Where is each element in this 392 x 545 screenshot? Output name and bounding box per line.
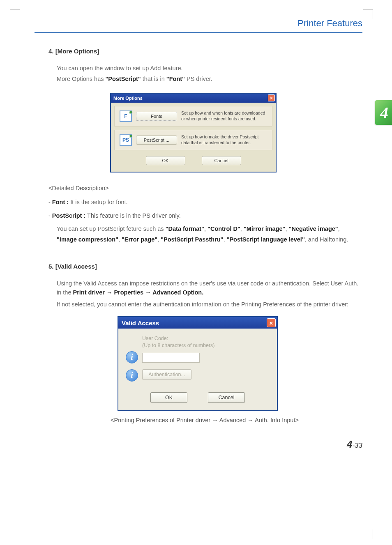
dialog-title: More Options <box>113 96 143 101</box>
page-number: 4-33 <box>35 439 362 450</box>
postscript-bullet: - PostScript : This feature is in the PS… <box>48 211 361 221</box>
cancel-button[interactable]: Cancel <box>208 392 245 403</box>
gear-icon: ✸ <box>129 134 132 138</box>
section5-para1: Using the Valid Access can impose restri… <box>57 279 361 297</box>
authentication-button[interactable]: Authentication... <box>142 369 191 380</box>
postscript-desc: Set up how to make the driver Postscript… <box>181 134 267 145</box>
section5-heading: 5. [Valid Access] <box>48 263 361 270</box>
dialog-titlebar: Valid Access × <box>118 317 277 329</box>
header-rule <box>35 32 362 33</box>
usercode-label: User Code: (Up to 8 characters of number… <box>142 335 270 349</box>
ps-icon: PS✸ <box>120 134 132 146</box>
valid-access-dialog: Valid Access × User Code: (Up to 8 chara… <box>118 316 278 411</box>
crop-mark <box>363 9 373 19</box>
dialog-titlebar: More Options × <box>111 94 276 103</box>
info-icon: i <box>126 369 138 382</box>
font-icon: F✸ <box>120 110 132 122</box>
page-header-title: Printer Features <box>35 18 362 32</box>
more-options-dialog: More Options × F✸ Fonts Set up how and w… <box>110 93 277 172</box>
section5-para2: If not selected, you cannot enter the au… <box>57 300 361 309</box>
gear-icon: ✸ <box>129 110 132 115</box>
figure-caption: <Printing Preferences of Printer driver … <box>48 417 361 423</box>
fonts-row: F✸ Fonts Set up how and when fonts are d… <box>114 106 272 126</box>
postscript-row: PS✸ PostScript ... Set up how to make th… <box>114 130 272 150</box>
crop-mark <box>10 9 20 19</box>
close-icon[interactable]: × <box>267 318 276 327</box>
crop-mark <box>10 529 20 539</box>
info-icon: i <box>126 351 138 363</box>
section4-heading: 4. [More Options] <box>48 48 361 55</box>
detailed-heading: <Detailed Description> <box>48 185 361 191</box>
fonts-button[interactable]: Fonts <box>136 112 177 121</box>
usercode-input[interactable] <box>142 353 200 363</box>
section4-para2: More Options has "PostScript" that is in… <box>57 74 361 83</box>
postscript-detail: You can set up PostScript feture such as… <box>57 224 361 245</box>
cancel-button[interactable]: Cancel <box>202 156 241 165</box>
chapter-tab: 4 <box>375 100 392 125</box>
font-bullet: - Font : It is the setup for font. <box>48 197 361 207</box>
ok-button[interactable]: OK <box>150 392 187 403</box>
dialog-title: Valid Access <box>122 320 159 327</box>
fonts-desc: Set up how and when fonts are downloaded… <box>181 110 267 122</box>
postscript-button[interactable]: PostScript ... <box>136 136 177 145</box>
section4-para1: You can open the window to set up Add fe… <box>57 64 361 73</box>
close-icon[interactable]: × <box>268 94 275 101</box>
ok-button[interactable]: OK <box>146 156 185 165</box>
crop-mark <box>363 529 373 539</box>
footer-rule <box>35 436 362 437</box>
